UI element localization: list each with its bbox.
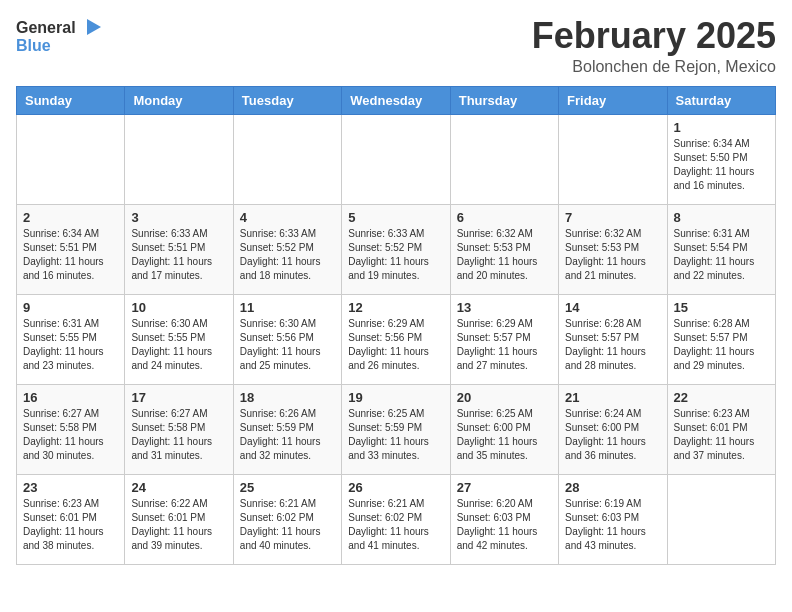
calendar-cell: 27Sunrise: 6:20 AM Sunset: 6:03 PM Dayli… bbox=[450, 474, 558, 564]
day-number: 24 bbox=[131, 480, 226, 495]
calendar-cell: 17Sunrise: 6:27 AM Sunset: 5:58 PM Dayli… bbox=[125, 384, 233, 474]
day-number: 21 bbox=[565, 390, 660, 405]
weekday-header-tuesday: Tuesday bbox=[233, 86, 341, 114]
calendar-cell: 24Sunrise: 6:22 AM Sunset: 6:01 PM Dayli… bbox=[125, 474, 233, 564]
week-row-1: 2Sunrise: 6:34 AM Sunset: 5:51 PM Daylig… bbox=[17, 204, 776, 294]
calendar-cell: 22Sunrise: 6:23 AM Sunset: 6:01 PM Dayli… bbox=[667, 384, 775, 474]
week-row-0: 1Sunrise: 6:34 AM Sunset: 5:50 PM Daylig… bbox=[17, 114, 776, 204]
calendar-cell: 11Sunrise: 6:30 AM Sunset: 5:56 PM Dayli… bbox=[233, 294, 341, 384]
day-number: 19 bbox=[348, 390, 443, 405]
day-number: 1 bbox=[674, 120, 769, 135]
day-number: 4 bbox=[240, 210, 335, 225]
day-info: Sunrise: 6:20 AM Sunset: 6:03 PM Dayligh… bbox=[457, 497, 552, 553]
svg-text:General: General bbox=[16, 19, 76, 36]
day-info: Sunrise: 6:27 AM Sunset: 5:58 PM Dayligh… bbox=[131, 407, 226, 463]
day-info: Sunrise: 6:21 AM Sunset: 6:02 PM Dayligh… bbox=[348, 497, 443, 553]
day-info: Sunrise: 6:34 AM Sunset: 5:50 PM Dayligh… bbox=[674, 137, 769, 193]
svg-text:Blue: Blue bbox=[16, 37, 51, 54]
day-info: Sunrise: 6:23 AM Sunset: 6:01 PM Dayligh… bbox=[674, 407, 769, 463]
day-number: 20 bbox=[457, 390, 552, 405]
day-info: Sunrise: 6:28 AM Sunset: 5:57 PM Dayligh… bbox=[674, 317, 769, 373]
calendar-cell: 10Sunrise: 6:30 AM Sunset: 5:55 PM Dayli… bbox=[125, 294, 233, 384]
week-row-4: 23Sunrise: 6:23 AM Sunset: 6:01 PM Dayli… bbox=[17, 474, 776, 564]
day-number: 15 bbox=[674, 300, 769, 315]
day-info: Sunrise: 6:24 AM Sunset: 6:00 PM Dayligh… bbox=[565, 407, 660, 463]
calendar-cell: 2Sunrise: 6:34 AM Sunset: 5:51 PM Daylig… bbox=[17, 204, 125, 294]
day-number: 3 bbox=[131, 210, 226, 225]
logo: GeneralBlue bbox=[16, 16, 106, 56]
day-info: Sunrise: 6:30 AM Sunset: 5:56 PM Dayligh… bbox=[240, 317, 335, 373]
calendar-cell: 15Sunrise: 6:28 AM Sunset: 5:57 PM Dayli… bbox=[667, 294, 775, 384]
day-number: 23 bbox=[23, 480, 118, 495]
day-info: Sunrise: 6:31 AM Sunset: 5:54 PM Dayligh… bbox=[674, 227, 769, 283]
weekday-header-sunday: Sunday bbox=[17, 86, 125, 114]
day-number: 8 bbox=[674, 210, 769, 225]
calendar-cell: 9Sunrise: 6:31 AM Sunset: 5:55 PM Daylig… bbox=[17, 294, 125, 384]
calendar-cell bbox=[125, 114, 233, 204]
day-info: Sunrise: 6:23 AM Sunset: 6:01 PM Dayligh… bbox=[23, 497, 118, 553]
day-number: 17 bbox=[131, 390, 226, 405]
calendar-cell: 18Sunrise: 6:26 AM Sunset: 5:59 PM Dayli… bbox=[233, 384, 341, 474]
calendar-cell: 28Sunrise: 6:19 AM Sunset: 6:03 PM Dayli… bbox=[559, 474, 667, 564]
calendar-cell bbox=[17, 114, 125, 204]
day-number: 5 bbox=[348, 210, 443, 225]
calendar-cell: 6Sunrise: 6:32 AM Sunset: 5:53 PM Daylig… bbox=[450, 204, 558, 294]
calendar-cell bbox=[342, 114, 450, 204]
page-header: GeneralBlue February 2025 Bolonchen de R… bbox=[16, 16, 776, 76]
day-info: Sunrise: 6:31 AM Sunset: 5:55 PM Dayligh… bbox=[23, 317, 118, 373]
weekday-header-row: SundayMondayTuesdayWednesdayThursdayFrid… bbox=[17, 86, 776, 114]
day-number: 28 bbox=[565, 480, 660, 495]
day-info: Sunrise: 6:19 AM Sunset: 6:03 PM Dayligh… bbox=[565, 497, 660, 553]
day-info: Sunrise: 6:26 AM Sunset: 5:59 PM Dayligh… bbox=[240, 407, 335, 463]
weekday-header-friday: Friday bbox=[559, 86, 667, 114]
calendar-cell: 8Sunrise: 6:31 AM Sunset: 5:54 PM Daylig… bbox=[667, 204, 775, 294]
week-row-2: 9Sunrise: 6:31 AM Sunset: 5:55 PM Daylig… bbox=[17, 294, 776, 384]
calendar-cell: 13Sunrise: 6:29 AM Sunset: 5:57 PM Dayli… bbox=[450, 294, 558, 384]
day-number: 25 bbox=[240, 480, 335, 495]
day-number: 16 bbox=[23, 390, 118, 405]
calendar-cell: 3Sunrise: 6:33 AM Sunset: 5:51 PM Daylig… bbox=[125, 204, 233, 294]
calendar-table: SundayMondayTuesdayWednesdayThursdayFrid… bbox=[16, 86, 776, 565]
calendar-cell bbox=[559, 114, 667, 204]
day-info: Sunrise: 6:33 AM Sunset: 5:51 PM Dayligh… bbox=[131, 227, 226, 283]
calendar-cell: 5Sunrise: 6:33 AM Sunset: 5:52 PM Daylig… bbox=[342, 204, 450, 294]
calendar-cell: 25Sunrise: 6:21 AM Sunset: 6:02 PM Dayli… bbox=[233, 474, 341, 564]
calendar-cell: 7Sunrise: 6:32 AM Sunset: 5:53 PM Daylig… bbox=[559, 204, 667, 294]
day-info: Sunrise: 6:33 AM Sunset: 5:52 PM Dayligh… bbox=[348, 227, 443, 283]
location-title: Bolonchen de Rejon, Mexico bbox=[532, 58, 776, 76]
calendar-cell: 21Sunrise: 6:24 AM Sunset: 6:00 PM Dayli… bbox=[559, 384, 667, 474]
day-number: 6 bbox=[457, 210, 552, 225]
calendar-cell bbox=[667, 474, 775, 564]
day-number: 14 bbox=[565, 300, 660, 315]
calendar-cell: 4Sunrise: 6:33 AM Sunset: 5:52 PM Daylig… bbox=[233, 204, 341, 294]
week-row-3: 16Sunrise: 6:27 AM Sunset: 5:58 PM Dayli… bbox=[17, 384, 776, 474]
day-info: Sunrise: 6:25 AM Sunset: 5:59 PM Dayligh… bbox=[348, 407, 443, 463]
day-number: 27 bbox=[457, 480, 552, 495]
day-number: 9 bbox=[23, 300, 118, 315]
weekday-header-wednesday: Wednesday bbox=[342, 86, 450, 114]
calendar-cell: 12Sunrise: 6:29 AM Sunset: 5:56 PM Dayli… bbox=[342, 294, 450, 384]
day-info: Sunrise: 6:32 AM Sunset: 5:53 PM Dayligh… bbox=[565, 227, 660, 283]
day-info: Sunrise: 6:29 AM Sunset: 5:56 PM Dayligh… bbox=[348, 317, 443, 373]
month-title: February 2025 bbox=[532, 16, 776, 56]
day-number: 13 bbox=[457, 300, 552, 315]
calendar-cell bbox=[450, 114, 558, 204]
weekday-header-saturday: Saturday bbox=[667, 86, 775, 114]
day-number: 10 bbox=[131, 300, 226, 315]
calendar-cell: 19Sunrise: 6:25 AM Sunset: 5:59 PM Dayli… bbox=[342, 384, 450, 474]
day-info: Sunrise: 6:29 AM Sunset: 5:57 PM Dayligh… bbox=[457, 317, 552, 373]
calendar-cell: 26Sunrise: 6:21 AM Sunset: 6:02 PM Dayli… bbox=[342, 474, 450, 564]
calendar-cell: 23Sunrise: 6:23 AM Sunset: 6:01 PM Dayli… bbox=[17, 474, 125, 564]
day-info: Sunrise: 6:34 AM Sunset: 5:51 PM Dayligh… bbox=[23, 227, 118, 283]
day-number: 12 bbox=[348, 300, 443, 315]
day-info: Sunrise: 6:21 AM Sunset: 6:02 PM Dayligh… bbox=[240, 497, 335, 553]
calendar-cell: 16Sunrise: 6:27 AM Sunset: 5:58 PM Dayli… bbox=[17, 384, 125, 474]
calendar-cell: 20Sunrise: 6:25 AM Sunset: 6:00 PM Dayli… bbox=[450, 384, 558, 474]
calendar-cell: 14Sunrise: 6:28 AM Sunset: 5:57 PM Dayli… bbox=[559, 294, 667, 384]
svg-marker-1 bbox=[87, 19, 101, 35]
title-area: February 2025 Bolonchen de Rejon, Mexico bbox=[532, 16, 776, 76]
calendar-cell: 1Sunrise: 6:34 AM Sunset: 5:50 PM Daylig… bbox=[667, 114, 775, 204]
calendar-cell bbox=[233, 114, 341, 204]
logo-icon: GeneralBlue bbox=[16, 16, 106, 56]
day-number: 7 bbox=[565, 210, 660, 225]
